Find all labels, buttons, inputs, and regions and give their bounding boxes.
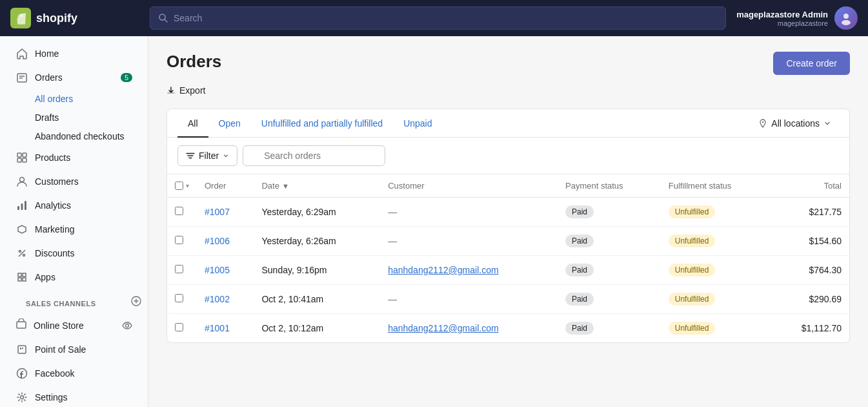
sidebar-item-marketing[interactable]: Marketing <box>5 218 143 241</box>
sidebar-item-facebook[interactable]: Facebook <box>5 362 143 385</box>
avatar <box>834 6 858 30</box>
location-filter-label: All locations <box>771 118 820 129</box>
svg-line-2 <box>165 19 167 22</box>
svg-point-31 <box>762 121 763 122</box>
row-checkbox[interactable] <box>175 323 183 331</box>
page-header: Orders Create order <box>167 52 850 75</box>
order-number-link[interactable]: #1001 <box>205 323 230 333</box>
order-payment-status-cell: Paid <box>558 314 661 343</box>
sidebar-item-all-orders[interactable]: All orders <box>5 90 143 108</box>
filter-button[interactable]: Filter <box>177 145 237 166</box>
th-checkbox: ▾ <box>167 174 197 198</box>
order-total-cell: $764.30 <box>771 256 849 285</box>
svg-point-1 <box>159 14 165 20</box>
user-info: mageplazastore Admin mageplazastore <box>736 10 828 27</box>
th-customer: Customer <box>380 174 558 198</box>
sidebar-label-drafts: Drafts <box>35 112 59 123</box>
svg-rect-10 <box>17 158 21 162</box>
order-fulfillment-status-cell: Unfulfilled <box>661 256 771 285</box>
sidebar-label-orders: Orders <box>35 72 63 83</box>
customer-email-link[interactable]: hanhdang2112@gmail.com <box>388 323 498 333</box>
chevron-down-icon <box>823 120 831 127</box>
sidebar-label-point-of-sale: Point of Sale <box>35 344 86 355</box>
svg-rect-14 <box>21 204 23 210</box>
th-order: Order <box>197 174 254 198</box>
sort-arrow-icon[interactable]: ▼ <box>282 182 289 190</box>
order-number-link[interactable]: #1002 <box>205 294 230 304</box>
sidebar-item-abandoned-checkouts[interactable]: Abandoned checkouts <box>5 127 143 145</box>
select-all-checkbox[interactable] <box>175 182 183 190</box>
payment-status-badge: Paid <box>565 235 594 247</box>
row-checkbox[interactable] <box>175 236 183 244</box>
row-checkbox[interactable] <box>175 265 183 273</box>
user-name: mageplazastore Admin <box>736 10 828 19</box>
sidebar-item-point-of-sale[interactable]: Point of Sale <box>5 338 143 361</box>
user-area[interactable]: mageplazastore Admin mageplazastore <box>736 6 858 30</box>
tab-open[interactable]: Open <box>208 109 251 138</box>
top-search-bar[interactable] <box>150 6 726 30</box>
facebook-icon <box>15 367 28 380</box>
add-sales-channel-button[interactable] <box>130 295 143 308</box>
row-checkbox[interactable] <box>175 294 183 302</box>
sidebar-item-drafts[interactable]: Drafts <box>5 109 143 127</box>
search-orders-input[interactable] <box>243 145 385 166</box>
sidebar-label-facebook: Facebook <box>35 368 74 379</box>
order-payment-status-cell: Paid <box>558 198 661 227</box>
customers-icon <box>15 175 28 188</box>
sidebar-label-discounts: Discounts <box>35 248 74 258</box>
sidebar-label-products: Products <box>35 152 70 163</box>
create-order-button[interactable]: Create order <box>773 52 850 75</box>
online-store-visibility-button[interactable] <box>122 320 132 331</box>
th-date-label: Date <box>261 181 279 191</box>
sidebar-item-online-store[interactable]: Online Store <box>5 313 143 337</box>
sidebar-item-orders[interactable]: Orders 5 <box>5 66 143 89</box>
sidebar-item-apps[interactable]: Apps <box>5 266 143 289</box>
search-input[interactable] <box>174 13 718 23</box>
order-number-cell: #1007 <box>197 198 254 227</box>
discounts-icon <box>15 247 28 260</box>
table-row: #1006 Yesterday, 6:26am — Paid Unfulfill… <box>167 227 849 256</box>
svg-point-16 <box>19 251 21 253</box>
sidebar-label-apps: Apps <box>35 272 56 282</box>
customer-email-link[interactable]: hanhdang2112@gmail.com <box>388 265 498 275</box>
sidebar-item-products[interactable]: Products <box>5 146 143 169</box>
payment-status-badge: Paid <box>565 205 594 218</box>
sidebar-item-analytics[interactable]: Analytics <box>5 194 143 217</box>
sidebar-item-home[interactable]: Home <box>5 42 143 65</box>
order-number-link[interactable]: #1005 <box>205 265 230 275</box>
svg-point-12 <box>20 178 25 182</box>
sidebar-item-customers[interactable]: Customers <box>5 170 143 193</box>
fulfillment-status-badge: Unfulfilled <box>669 322 716 335</box>
location-filter[interactable]: All locations <box>751 113 839 134</box>
export-label: Export <box>179 85 205 96</box>
order-customer-cell: — <box>380 227 558 256</box>
tab-unpaid[interactable]: Unpaid <box>393 109 442 138</box>
svg-rect-15 <box>25 201 26 210</box>
order-payment-status-cell: Paid <box>558 227 661 256</box>
sidebar-label-home: Home <box>35 48 59 59</box>
tab-all[interactable]: All <box>177 109 208 138</box>
order-number-cell: #1006 <box>197 227 254 256</box>
order-fulfillment-status-cell: Unfulfilled <box>661 227 771 256</box>
row-checkbox[interactable] <box>175 207 183 215</box>
order-number-link[interactable]: #1006 <box>205 236 230 246</box>
th-total: Total <box>771 174 849 198</box>
checkbox-chevron[interactable]: ▾ <box>186 182 189 189</box>
tab-unfulfilled[interactable]: Unfulfilled and partially fulfilled <box>251 109 393 138</box>
row-checkbox-cell <box>167 285 197 314</box>
order-customer-cell: — <box>380 198 558 227</box>
svg-rect-24 <box>18 346 26 353</box>
svg-line-18 <box>19 250 25 256</box>
order-date-cell: Oct 2, 10:41am <box>254 285 380 314</box>
fulfillment-status-badge: Unfulfilled <box>669 235 716 247</box>
svg-point-23 <box>126 324 129 327</box>
order-fulfillment-status-cell: Unfulfilled <box>661 314 771 343</box>
sidebar-item-settings[interactable]: Settings <box>5 386 143 407</box>
svg-rect-25 <box>20 348 21 350</box>
sidebar-item-discounts[interactable]: Discounts <box>5 242 143 265</box>
svg-rect-30 <box>167 92 175 94</box>
order-number-link[interactable]: #1007 <box>205 207 230 217</box>
sidebar-label-analytics: Analytics <box>35 200 71 211</box>
svg-rect-13 <box>17 206 19 210</box>
export-row[interactable]: Export <box>167 85 850 96</box>
